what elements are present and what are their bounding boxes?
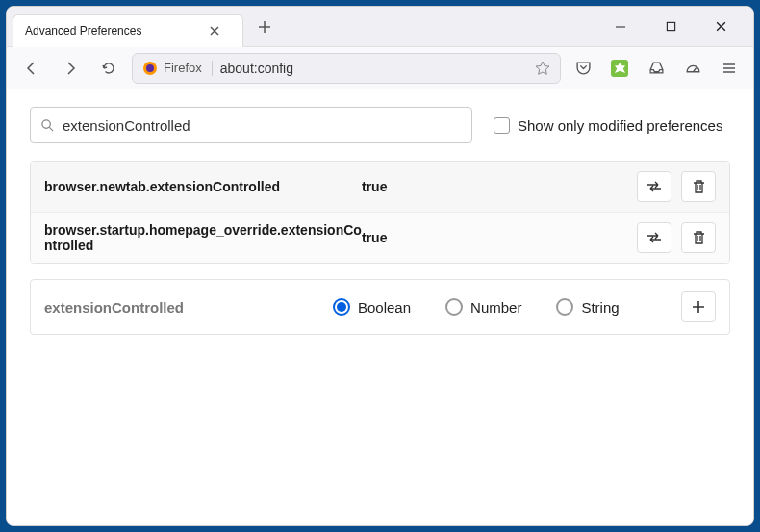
- toggle-button[interactable]: [637, 222, 671, 253]
- url-input[interactable]: [220, 61, 527, 76]
- app-window: Advanced Preferences: [6, 6, 754, 526]
- new-pref-row: extensionControlled Boolean Number Strin…: [30, 279, 730, 335]
- radio-label: Boolean: [358, 299, 411, 316]
- config-search-box[interactable]: [30, 107, 472, 143]
- back-button[interactable]: [16, 53, 47, 84]
- pocket-icon[interactable]: [569, 54, 597, 83]
- radio-label: String: [581, 299, 619, 316]
- config-search-input[interactable]: [63, 117, 462, 134]
- new-pref-name: extensionControlled: [44, 299, 333, 316]
- titlebar: Advanced Preferences: [7, 7, 753, 47]
- url-bar[interactable]: Firefox: [132, 53, 561, 84]
- toggle-button[interactable]: [637, 171, 671, 202]
- tab-title: Advanced Preferences: [25, 24, 141, 38]
- pref-actions: [637, 222, 716, 253]
- pref-row: browser.newtab.extensionControlled true: [31, 162, 729, 212]
- radio-string[interactable]: String: [556, 298, 619, 316]
- search-icon: [40, 118, 55, 133]
- content-area: Show only modified preferences browser.n…: [7, 89, 753, 525]
- pref-results: browser.newtab.extensionControlled true …: [30, 161, 730, 264]
- extension-icon[interactable]: [605, 54, 634, 83]
- add-button[interactable]: [681, 291, 716, 322]
- svg-point-3: [42, 119, 50, 127]
- bookmark-star-icon[interactable]: [535, 61, 550, 76]
- inbox-icon[interactable]: [642, 54, 671, 83]
- pref-value: true: [362, 230, 637, 245]
- menu-button[interactable]: [715, 54, 744, 83]
- modified-only-label: Show only modified preferences: [518, 117, 722, 134]
- close-tab-icon[interactable]: [209, 25, 220, 37]
- identity-label: Firefox: [164, 61, 202, 75]
- pref-value: true: [362, 179, 637, 194]
- window-controls: [601, 13, 747, 41]
- delete-button[interactable]: [681, 171, 716, 202]
- reload-button[interactable]: [93, 53, 124, 84]
- delete-button[interactable]: [681, 222, 716, 253]
- type-radio-group: Boolean Number String: [333, 298, 681, 316]
- dashboard-icon[interactable]: [678, 54, 707, 83]
- close-window-button[interactable]: [701, 13, 740, 41]
- forward-button[interactable]: [55, 53, 86, 84]
- new-tab-button[interactable]: [251, 13, 278, 40]
- radio-input[interactable]: [556, 298, 573, 316]
- pref-name: browser.newtab.extensionControlled: [44, 179, 362, 194]
- radio-boolean[interactable]: Boolean: [333, 298, 411, 316]
- radio-number[interactable]: Number: [445, 298, 521, 316]
- radio-label: Number: [470, 299, 521, 316]
- radio-input[interactable]: [445, 298, 463, 316]
- pref-name: browser.startup.homepage_override.extens…: [44, 222, 362, 253]
- identity-box[interactable]: Firefox: [142, 61, 213, 76]
- svg-point-2: [146, 64, 154, 72]
- maximize-button[interactable]: [651, 13, 690, 41]
- radio-input[interactable]: [333, 298, 350, 316]
- svg-rect-0: [667, 22, 674, 30]
- modified-only-checkbox-wrap[interactable]: Show only modified preferences: [494, 117, 722, 134]
- firefox-logo-icon: [142, 61, 158, 76]
- pref-row: browser.startup.homepage_override.extens…: [31, 212, 729, 263]
- minimize-button[interactable]: [601, 13, 640, 41]
- modified-only-checkbox[interactable]: [494, 117, 510, 134]
- toolbar: Firefox: [7, 47, 753, 89]
- pref-actions: [637, 171, 716, 202]
- browser-tab[interactable]: Advanced Preferences: [13, 14, 243, 47]
- toolbar-icons: [569, 54, 744, 83]
- search-row: Show only modified preferences: [30, 107, 730, 143]
